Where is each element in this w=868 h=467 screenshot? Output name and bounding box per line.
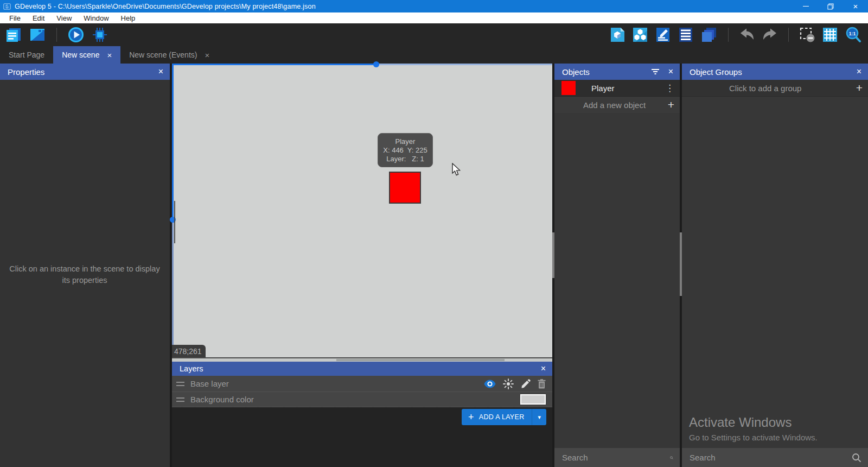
filter-icon[interactable] (651, 68, 660, 75)
layers-editor-icon[interactable] (700, 26, 718, 43)
mouse-cursor (452, 163, 461, 176)
close-icon[interactable]: × (158, 67, 163, 77)
groups-search-input[interactable] (690, 453, 852, 462)
add-layer-label: ADD A LAYER (479, 413, 525, 421)
activate-windows-watermark: Activate Windows Go to Settings to activ… (689, 415, 818, 442)
clear-selection-icon[interactable] (799, 26, 816, 43)
preview-window-icon[interactable] (28, 27, 47, 43)
objects-search-input[interactable] (562, 453, 670, 462)
layer-name: Base layer (190, 379, 229, 388)
game-window-border-left-faded (172, 220, 174, 357)
zoom-original-icon[interactable]: 1:1 (844, 26, 863, 44)
menu-file[interactable]: File (4, 12, 25, 23)
object-groups-editor-icon[interactable] (631, 26, 649, 43)
visibility-eye-icon[interactable] (484, 380, 496, 388)
grid-icon[interactable] (821, 26, 839, 43)
play-preview-icon[interactable] (67, 26, 85, 44)
object-thumbnail (561, 81, 576, 95)
editor-tabbar: Start Page New scene × New scene (Events… (0, 46, 868, 64)
menu-help[interactable]: Help (116, 12, 141, 23)
minimize-button[interactable] (793, 0, 818, 12)
plus-icon[interactable]: + (856, 81, 863, 94)
undo-icon[interactable] (738, 27, 756, 42)
properties-panel-header: Properties × (0, 64, 170, 80)
menu-window[interactable]: Window (79, 12, 113, 23)
objects-panel-header: Objects × (554, 64, 680, 80)
properties-editor-icon[interactable] (654, 26, 672, 43)
menu-edit[interactable]: Edit (28, 12, 49, 23)
close-icon[interactable]: × (541, 364, 546, 374)
groups-searchbar (682, 448, 868, 467)
objects-searchbar (554, 448, 680, 467)
effects-icon[interactable] (503, 378, 514, 389)
player-instance[interactable] (389, 172, 421, 204)
object-row-player[interactable]: Player ⋮ (554, 80, 680, 97)
chevron-down-icon[interactable]: ▾ (532, 414, 546, 421)
layer-row-background-color[interactable]: Background color (172, 392, 552, 407)
plus-icon[interactable]: + (668, 98, 674, 111)
tab-new-scene[interactable]: New scene × (53, 46, 120, 64)
titlebar: GDevelop 5 - C:\Users\Sparkle\OneDrive\D… (0, 0, 868, 12)
menubar: File Edit View Window Help (0, 12, 868, 23)
object-groups-panel-title: Object Groups (690, 67, 742, 77)
close-icon[interactable]: × (857, 67, 861, 77)
drag-handle-icon[interactable] (176, 397, 184, 402)
redo-icon[interactable] (761, 27, 778, 42)
add-object-label: Add a new object (583, 100, 646, 110)
tab-close-icon[interactable]: × (107, 51, 112, 60)
game-window-border-left (172, 64, 174, 220)
objects-editor-icon[interactable] (609, 26, 626, 43)
minimize-icon (803, 6, 809, 7)
layers-panel: Layers × Base layer (172, 362, 552, 467)
restore-icon (827, 3, 834, 10)
main-content: Properties × Click on an instance in the… (0, 64, 868, 467)
add-group-row[interactable]: Click to add a group + (682, 80, 868, 97)
objects-panel-title: Objects (562, 67, 590, 77)
main-toolbar: 1:1 (0, 23, 868, 46)
scene-canvas[interactable]: Player X: 446 Y: 225 Layer: Z: 1 478;261 (172, 64, 552, 357)
canvas-vertical-scrollbar[interactable] (174, 201, 175, 243)
layers-panel-header: Layers × (172, 362, 552, 376)
properties-panel-title: Properties (8, 67, 44, 77)
menu-view[interactable]: View (52, 12, 76, 23)
game-window-border-top-faded (376, 64, 552, 65)
close-icon: × (853, 2, 858, 10)
instance-tooltip: Player X: 446 Y: 225 Layer: Z: 1 (378, 133, 433, 167)
add-layer-button[interactable]: + ADD A LAYER ▾ (462, 409, 546, 425)
debug-icon[interactable] (91, 26, 109, 44)
instances-list-icon[interactable] (677, 26, 694, 43)
background-color-swatch[interactable] (520, 394, 546, 405)
tab-close-icon[interactable]: × (205, 51, 209, 60)
search-icon (852, 453, 861, 463)
cursor-coordinates: 478;261 (172, 345, 206, 357)
search-icon (670, 453, 673, 463)
add-object-row[interactable]: Add a new object + (554, 97, 680, 113)
tab-new-scene-events[interactable]: New scene (Events) × (120, 46, 218, 64)
object-name: Player (591, 84, 615, 93)
gdevelop-window: GDevelop 5 - C:\Users\Sparkle\OneDrive\D… (0, 0, 868, 467)
scene-editor-column: Player X: 446 Y: 225 Layer: Z: 1 478;261… (172, 64, 552, 467)
scrollbar-thumb[interactable] (336, 359, 505, 361)
layer-row-base[interactable]: Base layer (172, 376, 552, 392)
edit-pencil-icon[interactable] (521, 379, 531, 389)
game-window-border-top (172, 64, 376, 65)
add-group-label: Click to add a group (729, 84, 801, 93)
close-button[interactable]: × (843, 0, 868, 12)
drag-handle-icon[interactable] (176, 382, 184, 386)
properties-empty-message: Click on an instance in the scene to dis… (9, 263, 161, 286)
restore-button[interactable] (818, 0, 843, 12)
delete-trash-icon[interactable] (538, 379, 546, 389)
close-icon[interactable]: × (668, 67, 673, 77)
gdevelop-logo-icon (3, 3, 11, 10)
background-color-label: Background color (190, 395, 254, 404)
svg-text:1:1: 1:1 (849, 31, 856, 36)
properties-panel: Properties × Click on an instance in the… (0, 64, 170, 467)
project-manager-icon[interactable] (4, 27, 23, 43)
window-resize-handle[interactable] (373, 61, 379, 67)
layers-panel-title: Layers (180, 364, 203, 373)
plus-icon: + (468, 412, 474, 422)
objects-panel: Objects × Player ⋮ Add a new object + (554, 64, 680, 467)
window-title: GDevelop 5 - C:\Users\Sparkle\OneDrive\D… (15, 3, 316, 10)
kebab-menu-icon[interactable]: ⋮ (665, 83, 674, 94)
tab-start-page[interactable]: Start Page (0, 46, 53, 64)
